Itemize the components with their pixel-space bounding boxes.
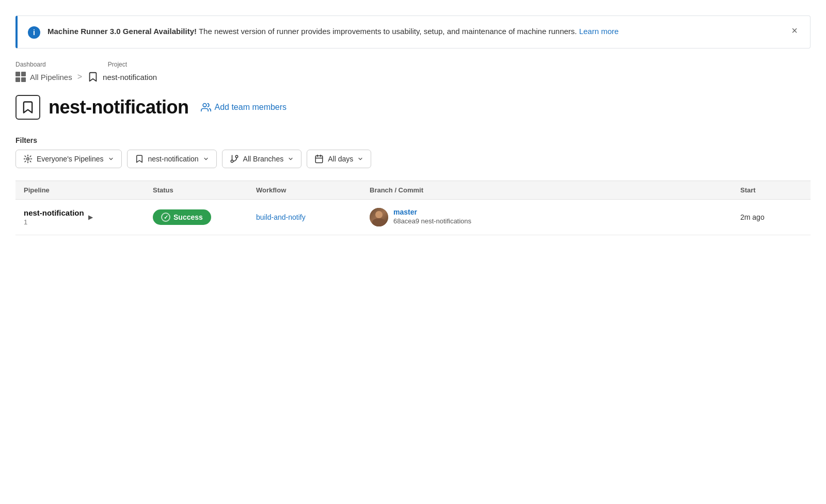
pipeline-cell: nest-notification 1 ▶	[24, 208, 153, 226]
status-cell: ✓ Success	[153, 209, 256, 225]
people-icon	[201, 102, 211, 112]
filters-label: Filters	[15, 136, 811, 144]
announcement-banner: i Machine Runner 3.0 General Availabilit…	[15, 15, 811, 48]
pipelines-filter-icon	[23, 154, 33, 164]
add-team-members-text: Add team members	[214, 103, 287, 112]
workflow-column-header: Workflow	[256, 186, 370, 194]
pipeline-name: nest-notification	[24, 208, 84, 217]
page-title-area: nest-notification Add team members	[0, 95, 826, 120]
banner-text: Machine Runner 3.0 General Availability!…	[47, 25, 789, 38]
pipeline-table: Pipeline Status Workflow Branch / Commit…	[0, 181, 826, 235]
svg-point-1	[27, 158, 29, 160]
dashboard-label: Dashboard	[15, 61, 46, 68]
chevron-down-icon	[108, 156, 114, 162]
breadcrumb-nav: All Pipelines > nest-notification	[15, 71, 811, 83]
filters-area: Filters Everyone's Pipelines nest-notifi…	[0, 136, 826, 168]
banner-learn-more-link[interactable]: Learn more	[579, 27, 619, 36]
success-check-icon: ✓	[161, 213, 170, 222]
pipeline-column-header: Pipeline	[24, 186, 153, 194]
breadcrumb-labels: Dashboard Project	[15, 61, 811, 68]
everyone-pipelines-filter[interactable]: Everyone's Pipelines	[15, 150, 122, 168]
row-expand-arrow[interactable]: ▶	[88, 214, 93, 221]
branches-filter-text: All Branches	[243, 155, 284, 163]
breadcrumb-project: nest-notification	[87, 71, 157, 83]
info-icon: i	[28, 26, 40, 39]
breadcrumb: Dashboard Project All Pipelines > nest-n…	[0, 61, 826, 83]
pipelines-grid-icon	[15, 72, 26, 82]
branch-commit-column-header: Branch / Commit	[370, 186, 740, 194]
commit-info: 68acea9 nest-notifications	[393, 217, 471, 225]
all-pipelines-breadcrumb-link[interactable]: All Pipelines	[15, 72, 72, 82]
pipeline-number: 1	[24, 218, 84, 226]
branch-info: master 68acea9 nest-notifications	[393, 208, 471, 225]
pipeline-info: nest-notification 1	[24, 208, 84, 226]
add-team-members-link[interactable]: Add team members	[201, 102, 287, 112]
banner-close-button[interactable]: ×	[789, 25, 800, 36]
avatar	[370, 208, 388, 226]
success-status-badge: ✓ Success	[153, 209, 211, 225]
days-filter[interactable]: All days	[307, 150, 371, 168]
filters-row: Everyone's Pipelines nest-notification A…	[15, 150, 811, 168]
page-title: nest-notification	[49, 96, 188, 118]
start-column-header: Start	[740, 186, 802, 194]
status-text: Success	[173, 213, 203, 221]
status-column-header: Status	[153, 186, 256, 194]
project-filter[interactable]: nest-notification	[127, 150, 217, 168]
project-bookmark-icon	[87, 71, 99, 83]
project-label: Project	[108, 61, 127, 68]
days-filter-text: All days	[328, 155, 353, 163]
workflow-cell: build-and-notify	[256, 213, 370, 221]
start-time-cell: 2m ago	[740, 213, 802, 221]
project-filter-text: nest-notification	[148, 155, 199, 163]
calendar-icon	[314, 154, 324, 164]
branches-filter[interactable]: All Branches	[222, 150, 302, 168]
commit-hash: 68acea9	[393, 217, 419, 225]
breadcrumb-separator: >	[77, 72, 82, 82]
project-icon	[15, 95, 40, 120]
chevron-down-icon	[203, 156, 209, 162]
everyone-pipelines-filter-text: Everyone's Pipelines	[37, 155, 104, 163]
all-pipelines-text: All Pipelines	[30, 73, 72, 82]
branch-commit-cell: master 68acea9 nest-notifications	[370, 208, 740, 226]
chevron-down-icon	[288, 156, 294, 162]
workflow-link[interactable]: build-and-notify	[256, 213, 306, 221]
breadcrumb-project-name: nest-notification	[103, 73, 157, 82]
branch-icon	[230, 154, 239, 164]
table-header: Pipeline Status Workflow Branch / Commit…	[15, 181, 811, 200]
bookmark-filter-icon	[135, 154, 144, 164]
svg-rect-5	[315, 156, 323, 163]
chevron-down-icon	[357, 156, 363, 162]
banner-title-normal: The newest version of runner provides im…	[199, 27, 577, 36]
table-row: nest-notification 1 ▶ ✓ Success build-an…	[15, 200, 811, 235]
banner-title-bold: Machine Runner 3.0 General Availability!	[47, 27, 197, 36]
svg-point-0	[203, 104, 207, 107]
branch-link[interactable]: master	[393, 208, 471, 216]
avatar-image	[370, 208, 388, 226]
commit-message: nest-notifications	[421, 217, 472, 225]
